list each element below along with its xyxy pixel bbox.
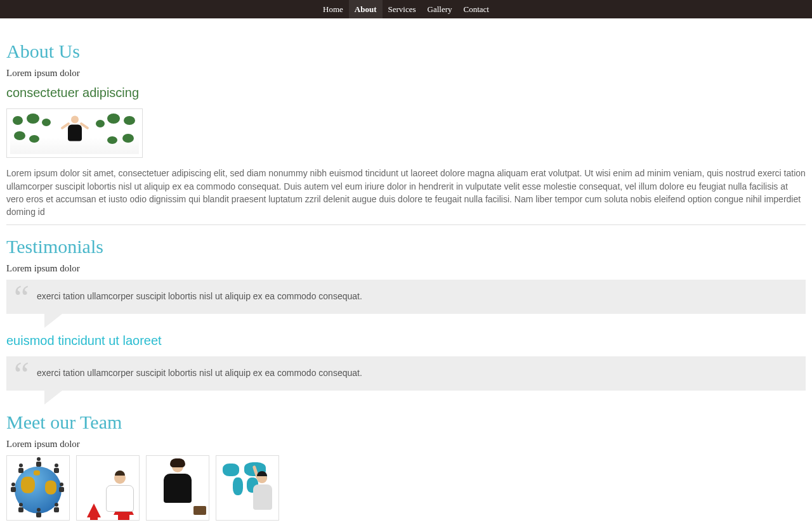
testimonial-1: “ exerci tation ullamcorper suscipit lob… xyxy=(6,280,806,314)
testimonials-title: Testimonials xyxy=(6,233,806,261)
about-body: Lorem ipsum dolor sit amet, consectetuer… xyxy=(6,167,806,218)
team-card-4[interactable] xyxy=(216,455,279,521)
nav-contact[interactable]: Contact xyxy=(458,0,495,18)
nav-home[interactable]: Home xyxy=(317,0,349,18)
team-card-1[interactable] xyxy=(6,455,70,521)
nav-services[interactable]: Services xyxy=(383,0,422,18)
testimonials-subtitle: Lorem ipsum dolor xyxy=(6,262,806,276)
team-title: Meet our Team xyxy=(6,408,806,436)
quote-icon: “ xyxy=(14,281,29,315)
page-content: About Us Lorem ipsum dolor consectetuer … xyxy=(6,18,806,532)
nav-gallery[interactable]: Gallery xyxy=(422,0,458,18)
top-nav-bar: Home About Services Gallery Contact xyxy=(0,0,812,18)
team-row xyxy=(6,455,806,521)
nav-about[interactable]: About xyxy=(349,0,383,18)
team-subtitle: Lorem ipsum dolor xyxy=(6,438,806,451)
about-image xyxy=(6,108,143,158)
testimonial-1-text: exerci tation ullamcorper suscipit lobor… xyxy=(37,290,794,302)
quote-icon: “ xyxy=(14,358,29,392)
main-nav: Home About Services Gallery Contact xyxy=(317,0,495,18)
about-title: About Us xyxy=(6,37,806,65)
about-subtitle: Lorem ipsum dolor xyxy=(6,67,806,81)
testimonial-link[interactable]: euismod tincidunt ut laoreet xyxy=(6,332,806,350)
about-green-heading: consectetuer adipiscing xyxy=(6,84,806,102)
testimonial-2: “ exerci tation ullamcorper suscipit lob… xyxy=(6,356,806,391)
team-card-3[interactable] xyxy=(146,455,209,521)
section-divider xyxy=(6,224,806,225)
testimonial-2-text: exerci tation ullamcorper suscipit lobor… xyxy=(37,367,794,379)
team-card-2[interactable] xyxy=(76,455,140,521)
